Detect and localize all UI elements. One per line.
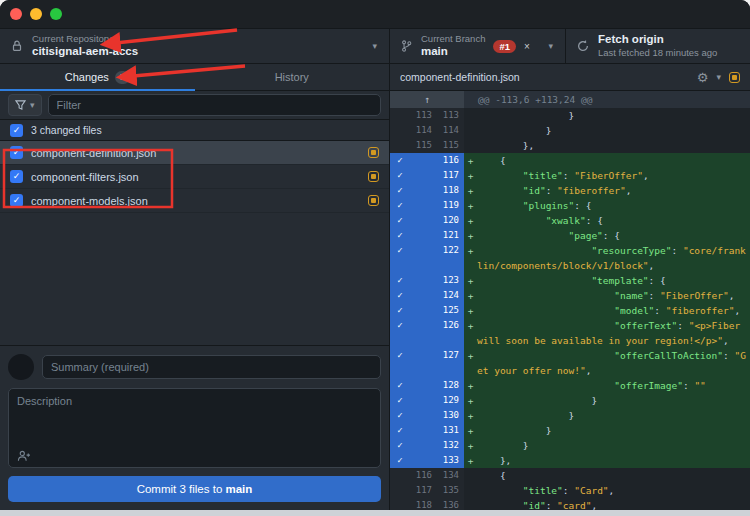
new-line-number: 128 — [437, 378, 464, 393]
diff-line-checkbox[interactable]: ✓ — [390, 453, 410, 468]
file-modified-icon — [729, 72, 740, 83]
diff-line-checkbox[interactable]: ✓ — [390, 273, 410, 288]
gear-icon[interactable]: ⚙ — [697, 70, 709, 85]
file-modified-icon — [368, 195, 379, 206]
commit-summary-input[interactable] — [42, 355, 381, 379]
pull-request-badge[interactable]: #1 — [493, 40, 516, 53]
chevron-down-icon: ▾ — [372, 41, 377, 51]
diff-line-checkbox[interactable]: ✓ — [390, 228, 410, 243]
old-line-number — [410, 228, 437, 243]
file-row[interactable]: ✓ component-definition.json — [0, 141, 389, 165]
commit-description-input[interactable] — [9, 389, 380, 467]
diff-row[interactable]: ✓ 121 + "page": { — [390, 228, 750, 243]
diff-line-checkbox[interactable]: ✓ — [390, 348, 410, 378]
current-repository-dropdown[interactable]: Current Repository citisignal-aem-accs ▾ — [0, 29, 390, 63]
commit-area: Commit 3 files to main — [0, 345, 389, 510]
new-line-number: 118 — [437, 183, 464, 198]
diff-row[interactable]: ✓ 122 + "resourceType": "core/franklin/c… — [390, 243, 750, 273]
tab-changes[interactable]: Changes 3 — [0, 64, 195, 90]
diff-line-checkbox[interactable]: ✓ — [390, 153, 410, 168]
file-checkbox[interactable]: ✓ — [10, 146, 23, 159]
screen-bottom-strip — [0, 510, 750, 516]
old-line-number — [410, 183, 437, 198]
diff-code-text: } — [477, 423, 750, 438]
diff-line-checkbox[interactable] — [390, 468, 410, 483]
add-coauthor-icon[interactable] — [17, 450, 31, 462]
new-line-number: 132 — [437, 438, 464, 453]
diff-row[interactable]: ✓ 130 + } — [390, 408, 750, 423]
diff-line-checkbox[interactable]: ✓ — [390, 378, 410, 393]
diff-row[interactable]: 115 115 }, — [390, 138, 750, 153]
diff-row[interactable]: ✓ 118 + "id": "fiberoffer", — [390, 183, 750, 198]
chevron-down-icon[interactable]: ▾ — [716, 72, 721, 82]
diff-row[interactable]: ✓ 132 + } — [390, 438, 750, 453]
diff-row[interactable]: ✓ 117 + "title": "FiberOffer", — [390, 168, 750, 183]
file-row[interactable]: ✓ component-filters.json — [0, 165, 389, 189]
diff-line-checkbox[interactable] — [390, 483, 410, 498]
old-line-number — [410, 243, 437, 273]
file-checkbox[interactable]: ✓ — [10, 194, 23, 207]
fetch-origin-button[interactable]: Fetch origin Last fetched 18 minutes ago — [566, 29, 750, 63]
titlebar — [0, 0, 750, 29]
diff-line-checkbox[interactable]: ✓ — [390, 408, 410, 423]
old-line-number — [410, 318, 437, 348]
diff-line-checkbox[interactable]: ✓ — [390, 213, 410, 228]
diff-line-checkbox[interactable]: ✓ — [390, 303, 410, 318]
changed-files-header: ✓ 3 changed files — [0, 120, 389, 141]
old-line-number — [410, 393, 437, 408]
diff-line-checkbox[interactable]: ✓ — [390, 288, 410, 303]
current-branch-dropdown[interactable]: Current Branch main #1 × ▾ — [390, 29, 566, 63]
close-window-button[interactable] — [10, 8, 22, 20]
close-icon[interactable]: × — [524, 41, 530, 52]
diff-line-checkbox[interactable]: ✓ — [390, 318, 410, 348]
diff-row[interactable]: ✓ 119 + "plugins": { — [390, 198, 750, 213]
file-row[interactable]: ✓ component-models.json — [0, 189, 389, 213]
minimize-window-button[interactable] — [30, 8, 42, 20]
new-line-number: 134 — [437, 468, 464, 483]
diff-code-text: { — [477, 153, 750, 168]
diff-line-checkbox[interactable]: ✓ — [390, 423, 410, 438]
diff-line-checkbox[interactable] — [390, 498, 410, 510]
diff-line-checkbox[interactable] — [390, 123, 410, 138]
current-branch-name: main — [421, 45, 485, 59]
diff-row[interactable]: ✓ 127 + "offerCallToAction": "Get your o… — [390, 348, 750, 378]
filter-options-button[interactable]: ▾ — [8, 94, 42, 116]
diff-line-checkbox[interactable] — [390, 108, 410, 123]
diff-row[interactable]: 113 113 } — [390, 108, 750, 123]
diff-line-checkbox[interactable]: ✓ — [390, 168, 410, 183]
diff-row[interactable]: ✓ 129 + } — [390, 393, 750, 408]
diff-marker: + — [464, 168, 477, 183]
tab-history[interactable]: History — [195, 64, 390, 90]
diff-row[interactable]: 118 136 "id": "card", — [390, 498, 750, 510]
diff-row[interactable]: ✓ 125 + "model": "fiberoffer", — [390, 303, 750, 318]
old-line-number — [410, 438, 437, 453]
diff-row[interactable]: 116 134 { — [390, 468, 750, 483]
diff-row[interactable]: 114 114 } — [390, 123, 750, 138]
diff-row[interactable]: ✓ 116 + { — [390, 153, 750, 168]
diff-row[interactable]: ✓ 126 + "offerText": "<p>Fiber will soon… — [390, 318, 750, 348]
file-modified-icon — [368, 171, 379, 182]
diff-code-text: } — [477, 123, 750, 138]
diff-line-checkbox[interactable]: ✓ — [390, 198, 410, 213]
commit-button-prefix: Commit 3 files to — [137, 483, 223, 495]
diff-line-checkbox[interactable]: ✓ — [390, 393, 410, 408]
diff-row[interactable]: ✓ 120 + "xwalk": { — [390, 213, 750, 228]
diff-row[interactable]: ✓ 133 + }, — [390, 453, 750, 468]
diff-row[interactable]: ✓ 124 + "name": "FiberOffer", — [390, 288, 750, 303]
old-line-number — [410, 273, 437, 288]
expand-hunk-up-icon[interactable]: ↑ — [390, 91, 464, 108]
diff-line-checkbox[interactable] — [390, 138, 410, 153]
new-line-number: 121 — [437, 228, 464, 243]
diff-line-checkbox[interactable]: ✓ — [390, 183, 410, 198]
commit-button[interactable]: Commit 3 files to main — [8, 476, 381, 502]
zoom-window-button[interactable] — [50, 8, 62, 20]
diff-row[interactable]: ✓ 128 + "offerImage": "" — [390, 378, 750, 393]
diff-row[interactable]: ✓ 131 + } — [390, 423, 750, 438]
filter-input[interactable] — [48, 94, 381, 116]
diff-line-checkbox[interactable]: ✓ — [390, 243, 410, 273]
diff-row[interactable]: 117 135 "title": "Card", — [390, 483, 750, 498]
select-all-checkbox[interactable]: ✓ — [10, 124, 23, 137]
diff-row[interactable]: ✓ 123 + "template": { — [390, 273, 750, 288]
diff-line-checkbox[interactable]: ✓ — [390, 438, 410, 453]
file-checkbox[interactable]: ✓ — [10, 170, 23, 183]
